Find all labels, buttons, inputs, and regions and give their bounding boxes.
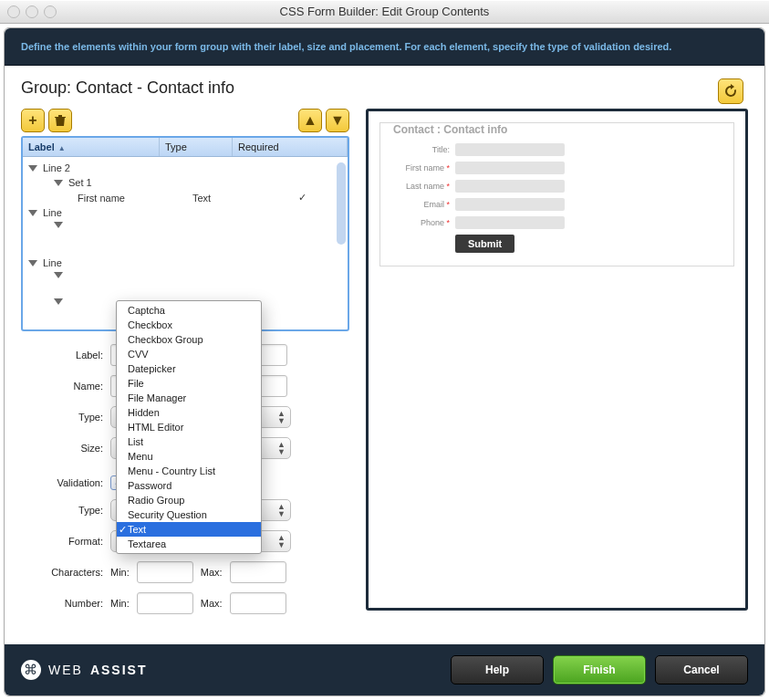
minimize-window-icon[interactable]: [26, 5, 38, 18]
number-label: Number:: [21, 598, 110, 609]
preview-field-label: Email *: [393, 200, 455, 209]
two-column-layout: + ▲ ▼ Label▲ Type: [21, 109, 748, 635]
trash-icon: [55, 114, 66, 127]
refresh-button[interactable]: [718, 78, 743, 104]
move-up-button[interactable]: ▲: [298, 109, 322, 132]
help-button[interactable]: Help: [451, 655, 544, 684]
min-label: Min:: [110, 598, 130, 609]
tree-row[interactable]: [28, 270, 342, 280]
name-field-label: Name:: [21, 381, 110, 392]
disclosure-icon[interactable]: [28, 260, 37, 266]
disclosure-icon[interactable]: [54, 272, 63, 278]
column-label[interactable]: Label▲: [23, 138, 160, 156]
zoom-window-icon[interactable]: [44, 5, 57, 18]
format-label: Format:: [21, 536, 110, 547]
tree-toolbar: + ▲ ▼: [21, 109, 349, 132]
column-required[interactable]: Required: [233, 138, 348, 156]
cancel-button[interactable]: Cancel: [655, 655, 748, 684]
select-arrows-icon: ▲▼: [277, 410, 285, 424]
characters-min-input[interactable]: [137, 561, 193, 583]
tree-row[interactable]: Set 1: [28, 175, 342, 190]
number-max-input[interactable]: [230, 592, 286, 614]
preview-field-row: First name *: [393, 162, 721, 174]
window-title: CSS Form Builder: Edit Group Contents: [280, 5, 490, 18]
preview-field-input: [455, 143, 565, 156]
close-window-icon[interactable]: [7, 5, 20, 18]
tree-row[interactable]: Line 2: [28, 161, 342, 175]
type-option[interactable]: Checkbox Group: [117, 332, 261, 347]
chevron-down-icon: ▼: [330, 112, 345, 129]
refresh-icon: [723, 84, 738, 99]
app-chrome: Define the elements within your form gro…: [4, 27, 765, 696]
preview-field-label: First name *: [393, 163, 455, 172]
disclosure-icon[interactable]: [54, 180, 63, 186]
validation-label: Validation:: [21, 477, 110, 488]
select-arrows-icon: ▲▼: [277, 503, 285, 517]
preview-field-row: Last name *: [393, 180, 721, 193]
type-option[interactable]: Radio Group: [117, 493, 261, 507]
preview-field-input: [455, 162, 565, 174]
group-heading: Group: Contact - Contact info: [21, 78, 748, 98]
preview-field-label: Phone *: [393, 218, 455, 227]
type-option[interactable]: HTML Editor: [117, 420, 261, 434]
tree-row[interactable]: [28, 220, 342, 230]
disclosure-icon[interactable]: [28, 165, 37, 172]
type-dropdown[interactable]: CaptchaCheckboxCheckbox GroupCVVDatepick…: [116, 300, 262, 554]
tree-row[interactable]: [28, 230, 342, 256]
type-option[interactable]: Datepicker: [117, 361, 261, 376]
disclosure-icon[interactable]: [28, 210, 37, 216]
window: CSS Form Builder: Edit Group Contents De…: [0, 0, 769, 700]
type-option[interactable]: Textarea: [117, 537, 261, 551]
preview-fieldset: Contact : Contact info Title:First name …: [379, 122, 734, 266]
max-label: Max:: [201, 598, 223, 609]
label-field-label: Label:: [21, 350, 110, 360]
preview-field-input: [455, 216, 565, 229]
preview-field-label: Title:: [393, 145, 455, 154]
titlebar: CSS Form Builder: Edit Group Contents: [0, 0, 769, 24]
preview-field-label: Last name *: [393, 182, 455, 191]
tree-row[interactable]: Line: [28, 205, 342, 220]
type-option[interactable]: Menu: [117, 449, 261, 464]
type-option[interactable]: File Manager: [117, 391, 261, 405]
disclosure-icon[interactable]: [54, 222, 63, 228]
type-option[interactable]: Captcha: [117, 303, 261, 318]
preview-field-input: [455, 180, 565, 193]
add-button[interactable]: +: [21, 109, 45, 132]
type-option[interactable]: File: [117, 376, 261, 391]
validation-type-label: Type:: [21, 505, 110, 516]
plus-icon: +: [28, 112, 36, 129]
type-option[interactable]: Menu - Country List: [117, 464, 261, 478]
characters-label: Characters:: [21, 567, 110, 578]
type-option[interactable]: Password: [117, 478, 261, 493]
type-option[interactable]: Text: [117, 522, 261, 537]
type-option[interactable]: Security Question: [117, 507, 261, 522]
min-label: Min:: [110, 567, 130, 578]
right-column: Contact : Contact info Title:First name …: [366, 109, 748, 635]
preview-field-input: [455, 198, 565, 211]
type-option[interactable]: List: [117, 434, 261, 449]
content-area: Group: Contact - Contact info +: [5, 66, 764, 644]
disclosure-icon[interactable]: [54, 298, 63, 305]
select-arrows-icon: ▲▼: [277, 441, 285, 455]
instruction-band: Define the elements within your form gro…: [5, 28, 764, 66]
preview-frame: Contact : Contact info Title:First name …: [366, 109, 748, 611]
scrollbar-thumb[interactable]: [337, 162, 346, 245]
brand-logo: ⌘ WEBASSIST: [21, 660, 147, 680]
tree-header: Label▲ Type Required: [23, 138, 348, 157]
preview-field-row: Title:: [393, 143, 721, 156]
tree-row[interactable]: Line: [28, 256, 342, 270]
column-type[interactable]: Type: [160, 138, 233, 156]
bottom-bar: ⌘ WEBASSIST Help Finish Cancel: [5, 644, 764, 695]
move-down-button[interactable]: ▼: [326, 109, 349, 132]
number-min-input[interactable]: [137, 592, 193, 614]
instruction-text: Define the elements within your form gro…: [21, 41, 671, 52]
type-option[interactable]: CVV: [117, 347, 261, 361]
characters-max-input[interactable]: [230, 561, 286, 583]
finish-button[interactable]: Finish: [553, 655, 646, 684]
type-field-label: Type:: [21, 412, 110, 423]
type-option[interactable]: Hidden: [117, 405, 261, 420]
chevron-up-icon: ▲: [303, 112, 317, 129]
type-option[interactable]: Checkbox: [117, 318, 261, 332]
delete-button[interactable]: [48, 109, 72, 132]
tree-row[interactable]: First nameText✓: [28, 190, 342, 205]
